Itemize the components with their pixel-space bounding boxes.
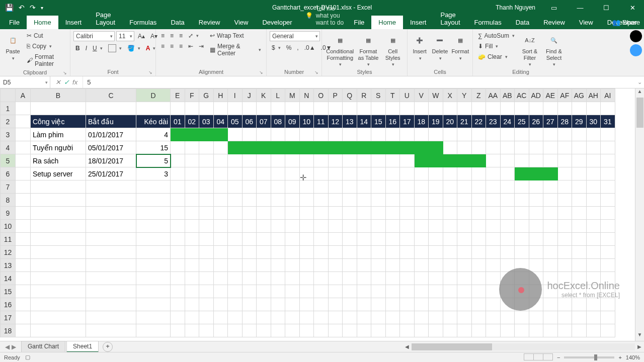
column-header[interactable]: O (314, 89, 329, 102)
cell[interactable] (429, 259, 443, 272)
column-header[interactable]: X (443, 89, 457, 102)
cell[interactable] (471, 246, 486, 259)
cell[interactable] (86, 311, 136, 324)
cell[interactable] (16, 141, 31, 154)
cell[interactable] (400, 298, 415, 311)
cell[interactable] (471, 194, 486, 207)
cell[interactable] (371, 102, 386, 115)
cell[interactable] (185, 311, 199, 324)
cell[interactable] (199, 141, 214, 154)
cell[interactable] (515, 102, 529, 115)
cell[interactable] (457, 194, 472, 207)
cell[interactable] (414, 246, 429, 259)
cell[interactable] (86, 180, 136, 194)
cell[interactable] (228, 194, 243, 207)
cell[interactable] (199, 194, 214, 207)
cell[interactable] (529, 324, 543, 337)
column-header[interactable]: C (86, 89, 136, 102)
cell[interactable] (31, 194, 86, 207)
cell[interactable]: 10 (299, 115, 314, 128)
cell[interactable] (443, 259, 457, 272)
cell[interactable] (242, 220, 257, 233)
cell[interactable] (242, 102, 257, 115)
cell[interactable] (557, 180, 572, 194)
cell[interactable] (257, 246, 271, 259)
cell[interactable] (400, 311, 415, 324)
addin-icon[interactable] (630, 44, 642, 56)
cell[interactable] (414, 311, 429, 324)
cell[interactable] (285, 180, 300, 194)
cell[interactable] (314, 167, 329, 180)
cell[interactable] (414, 220, 429, 233)
cell[interactable] (213, 154, 228, 167)
cell[interactable] (400, 102, 415, 115)
column-header[interactable]: AH (586, 89, 601, 102)
cell[interactable] (486, 285, 501, 298)
cell[interactable] (414, 128, 429, 141)
cell[interactable] (257, 272, 271, 285)
cell[interactable] (171, 324, 185, 337)
cell[interactable] (199, 324, 214, 337)
cell[interactable] (136, 220, 171, 233)
cell[interactable] (385, 180, 400, 194)
cell[interactable] (285, 207, 300, 220)
font-size-select[interactable]: 11 (116, 31, 134, 41)
cell[interactable] (328, 180, 343, 194)
close-button[interactable]: ✕ (621, 0, 644, 15)
cell[interactable] (529, 207, 543, 220)
cell[interactable] (314, 285, 329, 298)
cell[interactable] (86, 298, 136, 311)
cell[interactable] (429, 154, 443, 167)
minimize-button[interactable]: — (569, 0, 592, 15)
cell[interactable]: 11 (314, 115, 329, 128)
cell[interactable] (185, 167, 199, 180)
cell[interactable] (242, 285, 257, 298)
cell[interactable] (199, 298, 214, 311)
cell[interactable] (31, 272, 86, 285)
cut-button[interactable]: ✂Cut (25, 31, 67, 40)
cell[interactable] (328, 102, 343, 115)
cell[interactable] (471, 259, 486, 272)
cell[interactable] (557, 311, 572, 324)
cell[interactable] (31, 180, 86, 194)
column-header[interactable]: W (429, 89, 443, 102)
cell[interactable] (429, 246, 443, 259)
cell[interactable] (299, 220, 314, 233)
cell[interactable] (31, 220, 86, 233)
cell[interactable] (328, 298, 343, 311)
cell[interactable] (400, 128, 415, 141)
cell[interactable] (199, 311, 214, 324)
cell[interactable] (443, 102, 457, 115)
cell[interactable] (31, 246, 86, 259)
cell[interactable] (199, 285, 214, 298)
cell[interactable] (299, 154, 314, 167)
cell[interactable] (171, 220, 185, 233)
cell[interactable] (357, 154, 371, 167)
delete-cells-button[interactable]: ➖Delete▾ (431, 31, 449, 61)
cell[interactable] (586, 220, 601, 233)
cell[interactable] (314, 128, 329, 141)
cell[interactable] (572, 233, 587, 246)
cell[interactable] (385, 272, 400, 285)
cell[interactable] (328, 272, 343, 285)
cell[interactable] (515, 246, 529, 259)
cell[interactable] (400, 167, 415, 180)
cell[interactable] (285, 285, 300, 298)
cell[interactable] (86, 207, 136, 220)
cell[interactable] (414, 259, 429, 272)
cell[interactable] (443, 154, 457, 167)
cell[interactable] (199, 233, 214, 246)
cell[interactable] (257, 180, 271, 194)
cell[interactable] (457, 259, 472, 272)
cell[interactable] (400, 194, 415, 207)
cell[interactable] (16, 194, 31, 207)
cell[interactable] (16, 233, 31, 246)
cell[interactable] (299, 298, 314, 311)
increase-font-icon[interactable]: A▴ (136, 32, 147, 41)
wrap-text-button[interactable]: ↩Wrap Text (208, 31, 263, 40)
cell[interactable] (314, 259, 329, 272)
cell[interactable] (457, 298, 472, 311)
cell[interactable] (486, 102, 501, 115)
cell[interactable] (228, 311, 243, 324)
cell[interactable] (328, 128, 343, 141)
